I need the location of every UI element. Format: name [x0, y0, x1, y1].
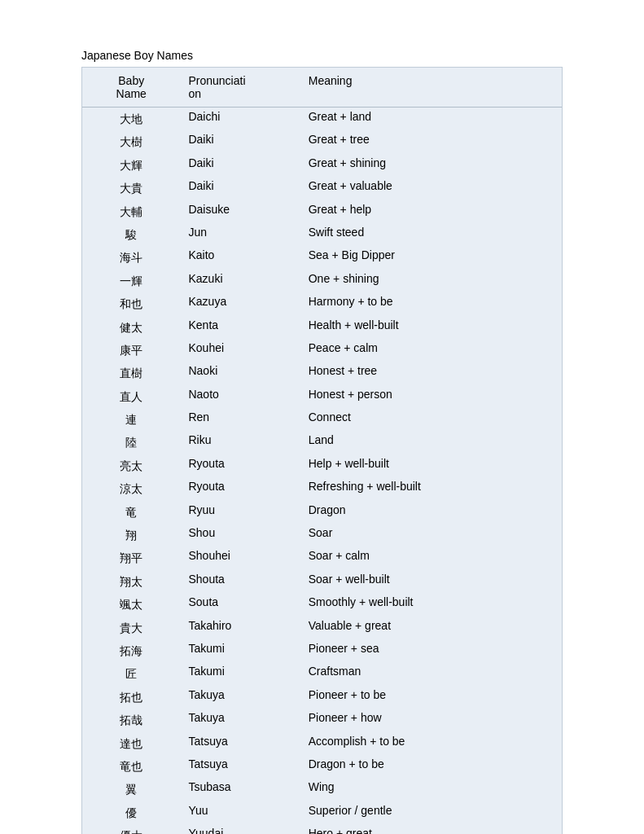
- cell-meaning: Superior / gentle: [300, 801, 562, 824]
- table-row: 達也TatsuyaAccomplish + to be: [82, 732, 562, 755]
- cell-meaning: Great + shining: [300, 154, 562, 177]
- cell-kanji: 陸: [82, 431, 180, 454]
- cell-kanji: 連: [82, 408, 180, 431]
- cell-meaning: Great + valuable: [300, 177, 562, 200]
- table-row: 颯太SoutaSmoothly + well-built: [82, 593, 562, 616]
- cell-kanji: 拓也: [82, 686, 180, 709]
- header-meaning: Meaning: [300, 68, 562, 108]
- cell-kanji: 優: [82, 801, 180, 824]
- table-row: 大樹DaikiGreat + tree: [82, 130, 562, 153]
- cell-pronunciation: Ren: [180, 408, 300, 431]
- cell-pronunciation: Takahiro: [180, 617, 300, 639]
- cell-meaning: Hero + great: [300, 824, 562, 834]
- cell-pronunciation: Tatsuya: [180, 732, 300, 755]
- cell-meaning: Soar + calm: [300, 546, 562, 569]
- cell-kanji: 竜也: [82, 755, 180, 778]
- cell-pronunciation: Daiki: [180, 177, 300, 200]
- cell-pronunciation: Takuya: [180, 709, 300, 731]
- table-row: 優大YuudaiHero + great: [82, 824, 562, 834]
- cell-kanji: 和也: [82, 292, 180, 315]
- table-row: 貴大TakahiroValuable + great: [82, 617, 562, 639]
- cell-kanji: 匠: [82, 662, 180, 685]
- cell-meaning: Sea + Big Dipper: [300, 246, 562, 269]
- cell-meaning: Honest + person: [300, 385, 562, 408]
- table-row: 一輝KazukiOne + shining: [82, 270, 562, 292]
- cell-meaning: One + shining: [300, 270, 562, 292]
- cell-pronunciation: Takumi: [180, 662, 300, 685]
- cell-meaning: Refreshing + well-built: [300, 477, 562, 500]
- cell-pronunciation: Daisuke: [180, 200, 300, 223]
- table-row: 康平KouheiPeace + calm: [82, 339, 562, 362]
- cell-meaning: Pioneer + sea: [300, 639, 562, 662]
- cell-kanji: 直人: [82, 385, 180, 408]
- table-row: 拓也TakuyaPioneer + to be: [82, 686, 562, 709]
- header-name: BabyName: [82, 68, 180, 108]
- cell-kanji: 翔太: [82, 570, 180, 593]
- cell-pronunciation: Yuu: [180, 801, 300, 824]
- cell-meaning: Land: [300, 431, 562, 454]
- table-row: 駿JunSwift steed: [82, 223, 562, 246]
- names-table: BabyName Pronunciation Meaning 大地DaichiG…: [82, 68, 562, 834]
- cell-meaning: Soar + well-built: [300, 570, 562, 593]
- header-pronunciation: Pronunciation: [180, 68, 300, 108]
- cell-meaning: Soar: [300, 524, 562, 546]
- cell-kanji: 大輔: [82, 200, 180, 223]
- cell-pronunciation: Shouta: [180, 570, 300, 593]
- table-row: 大輝DaikiGreat + shining: [82, 154, 562, 177]
- page-container: Japanese Boy Names BabyName Pronunciatio…: [0, 0, 644, 834]
- table-row: 連RenConnect: [82, 408, 562, 431]
- cell-kanji: 一輝: [82, 270, 180, 292]
- table-row: 大貴DaikiGreat + valuable: [82, 177, 562, 200]
- cell-meaning: Help + well-built: [300, 454, 562, 477]
- table-row: 大輔DaisukeGreat + help: [82, 200, 562, 223]
- cell-kanji: 翔平: [82, 546, 180, 569]
- table-row: 和也KazuyaHarmony + to be: [82, 292, 562, 315]
- table-row: 大地DaichiGreat + land: [82, 108, 562, 131]
- cell-meaning: Dragon: [300, 501, 562, 524]
- cell-pronunciation: Tatsuya: [180, 755, 300, 778]
- page-title: Japanese Boy Names: [81, 49, 563, 62]
- cell-kanji: 大輝: [82, 154, 180, 177]
- cell-pronunciation: Naoto: [180, 385, 300, 408]
- table-row: 健太KentaHealth + well-built: [82, 316, 562, 339]
- cell-pronunciation: Takuya: [180, 686, 300, 709]
- cell-meaning: Great + land: [300, 108, 562, 131]
- table-row: 翼TsubasaWing: [82, 778, 562, 801]
- cell-pronunciation: Ryouta: [180, 477, 300, 500]
- table-row: 翔太ShoutaSoar + well-built: [82, 570, 562, 593]
- cell-meaning: Dragon + to be: [300, 755, 562, 778]
- cell-kanji: 拓海: [82, 639, 180, 662]
- cell-pronunciation: Takumi: [180, 639, 300, 662]
- cell-kanji: 翔: [82, 524, 180, 546]
- cell-pronunciation: Kazuki: [180, 270, 300, 292]
- cell-pronunciation: Kouhei: [180, 339, 300, 362]
- cell-meaning: Harmony + to be: [300, 292, 562, 315]
- table-row: 匠TakumiCraftsman: [82, 662, 562, 685]
- cell-meaning: Accomplish + to be: [300, 732, 562, 755]
- cell-meaning: Valuable + great: [300, 617, 562, 639]
- cell-meaning: Pioneer + to be: [300, 686, 562, 709]
- table-row: 竜RyuuDragon: [82, 501, 562, 524]
- cell-pronunciation: Riku: [180, 431, 300, 454]
- table-row: 直人NaotoHonest + person: [82, 385, 562, 408]
- cell-kanji: 竜: [82, 501, 180, 524]
- cell-kanji: 大樹: [82, 130, 180, 153]
- table-wrapper: BabyName Pronunciation Meaning 大地DaichiG…: [81, 67, 563, 834]
- cell-pronunciation: Souta: [180, 593, 300, 616]
- cell-pronunciation: Kenta: [180, 316, 300, 339]
- cell-kanji: 拓哉: [82, 709, 180, 731]
- cell-kanji: 貴大: [82, 617, 180, 639]
- cell-kanji: 達也: [82, 732, 180, 755]
- cell-meaning: Great + help: [300, 200, 562, 223]
- cell-meaning: Craftsman: [300, 662, 562, 685]
- cell-kanji: 大地: [82, 108, 180, 131]
- cell-kanji: 大貴: [82, 177, 180, 200]
- cell-kanji: 康平: [82, 339, 180, 362]
- cell-meaning: Health + well-built: [300, 316, 562, 339]
- cell-meaning: Connect: [300, 408, 562, 431]
- cell-pronunciation: Kaito: [180, 246, 300, 269]
- table-row: 亮太RyoutaHelp + well-built: [82, 454, 562, 477]
- cell-pronunciation: Naoki: [180, 362, 300, 384]
- table-row: 翔ShouSoar: [82, 524, 562, 546]
- cell-pronunciation: Shouhei: [180, 546, 300, 569]
